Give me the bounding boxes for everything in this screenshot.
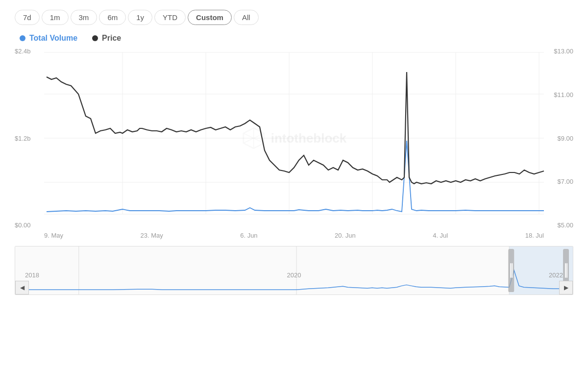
- main-container: 7d 1m 3m 6m 1y YTD Custom All Total Volu…: [0, 0, 588, 392]
- time-range-selector: 7d 1m 3m 6m 1y YTD Custom All: [15, 10, 573, 25]
- y-axis-left: $2.4b $1.2b $0.00: [15, 48, 42, 229]
- legend-volume-label: Total Volume: [29, 34, 77, 43]
- chart-svg: [15, 48, 573, 229]
- y-right-1: $13.00: [544, 48, 573, 55]
- legend-volume: Total Volume: [20, 34, 77, 43]
- y-right-5: $5.00: [544, 221, 573, 229]
- y-left-mid: $1.2b: [15, 135, 42, 142]
- x-label-6: 18. Jul: [525, 232, 544, 239]
- x-label-5: 4. Jul: [433, 232, 448, 239]
- x-axis: 9. May 23. May 6. Jun 20. Jun 4. Jul 18.…: [15, 229, 573, 239]
- y-left-top: $2.4b: [15, 48, 42, 55]
- btn-1m[interactable]: 1m: [42, 10, 69, 25]
- volume-dot: [20, 35, 25, 41]
- nav-scroll-right-button[interactable]: ▶: [559, 281, 573, 294]
- x-label-2: 23. May: [140, 232, 163, 239]
- btn-all[interactable]: All: [234, 10, 259, 25]
- navigator[interactable]: 2018 2020 2022 ◀ ▶: [15, 246, 573, 295]
- y-right-2: $11.00: [544, 91, 573, 98]
- price-dot: [92, 35, 98, 41]
- btn-ytd[interactable]: YTD: [154, 10, 186, 25]
- y-axis-right: $13.00 $11.00 $9.00 $7.00 $5.00: [544, 48, 573, 229]
- x-label-1: 9. May: [44, 232, 63, 239]
- x-label-4: 20. Jun: [335, 232, 356, 239]
- btn-custom[interactable]: Custom: [188, 10, 232, 25]
- chart-main: $2.4b $1.2b $0.00 $13.00 $11.00 $9.00 $7…: [15, 48, 573, 229]
- btn-7d[interactable]: 7d: [15, 10, 40, 25]
- y-right-4: $7.00: [544, 178, 573, 185]
- btn-3m[interactable]: 3m: [71, 10, 98, 25]
- btn-6m[interactable]: 6m: [99, 10, 126, 25]
- btn-1y[interactable]: 1y: [128, 10, 152, 25]
- nav-scroll-left-button[interactable]: ◀: [15, 281, 29, 294]
- legend-price-label: Price: [102, 34, 121, 43]
- legend-price: Price: [92, 34, 121, 43]
- chart-wrapper: $2.4b $1.2b $0.00 $13.00 $11.00 $9.00 $7…: [15, 48, 573, 295]
- chart-legend: Total Volume Price: [15, 34, 573, 43]
- x-label-3: 6. Jun: [240, 232, 257, 239]
- svg-rect-15: [15, 246, 573, 294]
- navigator-svg: [15, 246, 573, 294]
- y-left-bot: $0.00: [15, 221, 42, 229]
- y-right-3: $9.00: [544, 135, 573, 142]
